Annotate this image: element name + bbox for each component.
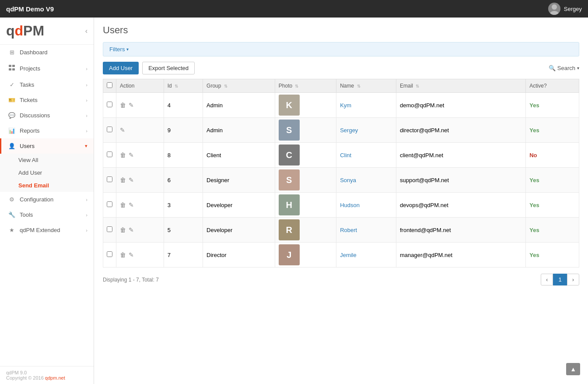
chevron-right-icon: ›: [86, 66, 88, 71]
svg-rect-4: [9, 68, 11, 70]
row-checkbox[interactable]: [107, 151, 112, 157]
sidebar-item-users[interactable]: 👤 Users ▾: [0, 138, 94, 154]
edit-icon[interactable]: ✎: [129, 226, 134, 233]
export-selected-button[interactable]: Export Selected: [142, 62, 195, 74]
svg-rect-2: [9, 65, 11, 67]
sidebar-item-reports[interactable]: 📊 Reports ›: [0, 123, 94, 138]
sidebar-item-qdpm-extended[interactable]: ★ qdPM Extended ›: [0, 222, 94, 238]
sidebar-footer: qdPM 9.0 Copyright © 2016 qdpm.net: [0, 366, 94, 384]
search-button[interactable]: 🔍 Search ▾: [549, 65, 579, 71]
copyright-label: Copyright © 2016 qdpm.net: [6, 375, 88, 380]
id-cell: 8: [164, 143, 203, 168]
row-checkbox[interactable]: [107, 127, 112, 132]
active-badge: Yes: [529, 102, 539, 109]
users-icon: 👤: [7, 143, 16, 149]
sidebar-item-tickets[interactable]: 🎫 Tickets ›: [0, 92, 94, 108]
page-1-button[interactable]: 1: [553, 274, 567, 285]
avatar[interactable]: [548, 3, 560, 15]
sidebar-item-tasks[interactable]: ✓ Tasks ›: [0, 77, 94, 92]
chevron-right-icon: ›: [86, 113, 88, 118]
row-checkbox[interactable]: [107, 201, 112, 207]
action-cell: 🗑 ✎: [116, 218, 164, 243]
table-row: 🗑 ✎ 4AdminKKymdemo@qdPM.netYes: [103, 93, 579, 118]
add-user-button[interactable]: Add User: [103, 62, 139, 74]
delete-icon[interactable]: 🗑: [120, 251, 126, 258]
edit-icon[interactable]: ✎: [129, 251, 134, 258]
svg-point-1: [550, 11, 559, 15]
col-name: Name ⇅: [336, 79, 396, 93]
sidebar-item-label: Reports: [20, 127, 86, 134]
prev-page-button[interactable]: ‹: [541, 274, 553, 285]
delete-icon[interactable]: 🗑: [120, 102, 126, 109]
row-checkbox[interactable]: [107, 102, 112, 107]
edit-icon[interactable]: ✎: [129, 201, 134, 208]
delete-icon[interactable]: 🗑: [120, 151, 126, 159]
edit-icon[interactable]: ✎: [120, 127, 125, 134]
delete-icon[interactable]: 🗑: [120, 201, 126, 208]
photo-cell: J: [275, 243, 336, 268]
group-cell: Admin: [203, 118, 275, 143]
sidebar-item-configuration[interactable]: ⚙ Configuration ›: [0, 192, 94, 207]
next-page-button[interactable]: ›: [567, 274, 579, 285]
toolbar-left: Add User Export Selected: [103, 62, 195, 74]
id-cell: 5: [164, 218, 203, 243]
dashboard-icon: ⊞: [7, 49, 16, 56]
user-name-link[interactable]: Clint: [340, 152, 351, 159]
table-row: 🗑 ✎ 6DesignerSSonyasupport@qdPM.netYes: [103, 168, 579, 193]
chevron-right-icon: ›: [86, 128, 88, 134]
edit-icon[interactable]: ✎: [129, 102, 134, 109]
group-cell: Admin: [203, 93, 275, 118]
sidebar-item-tools[interactable]: 🔧 Tools ›: [0, 207, 94, 222]
row-checkbox[interactable]: [107, 226, 112, 232]
footer-link[interactable]: qdpm.net: [45, 375, 65, 380]
sidebar-subitem-add-user[interactable]: Add User: [0, 166, 94, 179]
select-all-checkbox[interactable]: [107, 82, 112, 88]
photo-cell: H: [275, 193, 336, 218]
id-cell: 7: [164, 243, 203, 268]
delete-icon[interactable]: 🗑: [120, 176, 126, 183]
user-name-link[interactable]: Sonya: [340, 177, 356, 183]
user-name-link[interactable]: Hudson: [340, 202, 360, 208]
svg-rect-5: [12, 68, 15, 70]
sidebar-subitem-send-email[interactable]: Send Email: [0, 179, 94, 192]
user-name-link[interactable]: Kym: [340, 102, 351, 109]
col-group: Group ⇅: [203, 79, 275, 93]
scroll-to-top-button[interactable]: ▲: [566, 363, 580, 375]
id-cell: 6: [164, 168, 203, 193]
users-submenu: View All Add User Send Email: [0, 154, 94, 192]
active-badge: Yes: [529, 202, 539, 208]
logo-pm: PM: [23, 23, 44, 39]
user-name-link[interactable]: Jemile: [340, 252, 357, 258]
chevron-right-icon: ›: [86, 82, 88, 88]
name-cell: Hudson: [336, 193, 396, 218]
topbar: qdPM Demo V9 Sergey: [0, 0, 588, 18]
user-name-link[interactable]: Robert: [340, 227, 357, 233]
sidebar-item-label: Dashboard: [20, 49, 88, 56]
logo-d: d: [15, 23, 24, 39]
user-name-link[interactable]: Sergey: [340, 127, 358, 134]
group-cell: Client: [203, 143, 275, 168]
sidebar-item-projects[interactable]: Projects ›: [0, 60, 94, 77]
caret-icon: ▾: [126, 47, 129, 52]
filters-button[interactable]: Filters ▾: [109, 46, 129, 53]
edit-icon[interactable]: ✎: [129, 151, 134, 159]
active-badge: Yes: [529, 127, 539, 134]
col-email: Email ⇅: [396, 79, 525, 93]
sidebar-item-dashboard[interactable]: ⊞ Dashboard: [0, 45, 94, 60]
sidebar-subitem-view-all[interactable]: View All: [0, 154, 94, 166]
chevron-right-icon: ›: [86, 228, 88, 233]
row-checkbox[interactable]: [107, 251, 112, 257]
tasks-icon: ✓: [7, 81, 16, 88]
edit-icon[interactable]: ✎: [129, 176, 134, 183]
username-label: Sergey: [564, 6, 582, 12]
sidebar-collapse-button[interactable]: ‹: [85, 27, 88, 35]
row-checkbox[interactable]: [107, 176, 112, 182]
delete-icon[interactable]: 🗑: [120, 226, 126, 233]
sidebar-item-discussions[interactable]: 💬 Discussions ›: [0, 108, 94, 123]
col-action: Action: [116, 79, 164, 93]
active-badge: Yes: [529, 252, 539, 258]
group-cell: Designer: [203, 168, 275, 193]
sidebar-item-label: Tools: [20, 211, 86, 218]
active-badge: Yes: [529, 227, 539, 233]
chevron-right-icon: ›: [86, 98, 88, 103]
